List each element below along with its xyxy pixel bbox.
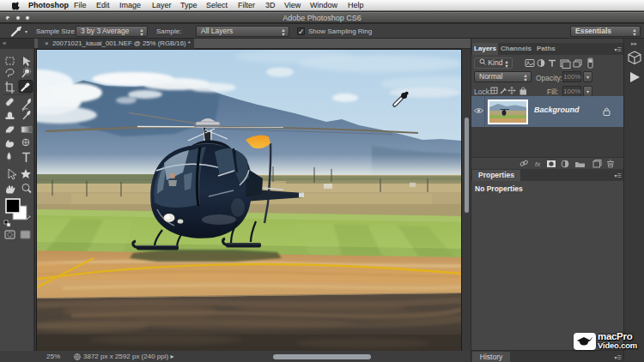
svg-text:fx: fx (535, 160, 541, 168)
